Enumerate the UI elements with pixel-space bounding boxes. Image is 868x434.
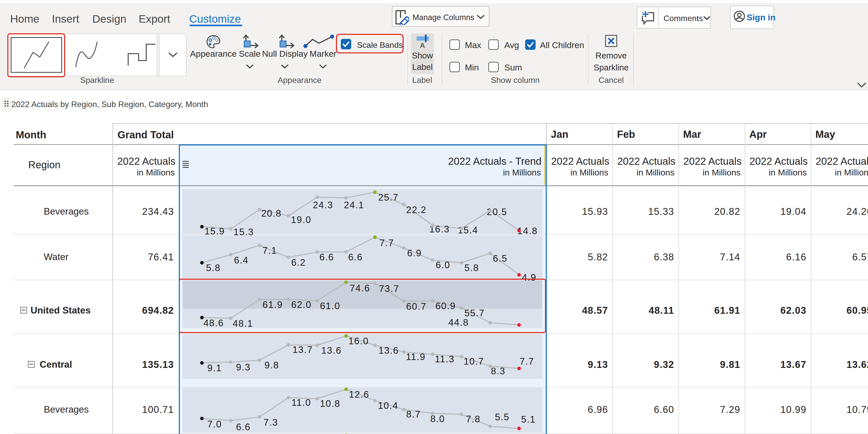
svg-text:6.6: 6.6 (348, 252, 363, 262)
svg-text:6.5: 6.5 (493, 253, 507, 264)
svg-text:6.0: 6.0 (436, 260, 450, 270)
svg-text:16.0: 16.0 (348, 336, 369, 346)
svg-text:5.1: 5.1 (521, 414, 536, 425)
svg-text:8.7: 8.7 (406, 409, 421, 420)
svg-text:13.6: 13.6 (321, 345, 342, 356)
svg-text:11.0: 11.0 (291, 397, 311, 408)
svg-text:13.7: 13.7 (292, 344, 313, 355)
svg-text:15.9: 15.9 (205, 226, 225, 237)
svg-text:8.0: 8.0 (430, 414, 445, 424)
svg-text:7.0: 7.0 (207, 419, 222, 429)
svg-text:6.9: 6.9 (407, 248, 422, 258)
svg-text:5.8: 5.8 (464, 262, 479, 273)
svg-text:6.6: 6.6 (319, 252, 334, 262)
svg-text:20.8: 20.8 (261, 208, 282, 219)
svg-text:7.8: 7.8 (466, 414, 480, 424)
svg-text:9.1: 9.1 (207, 363, 222, 373)
svg-text:7.3: 7.3 (264, 417, 278, 428)
svg-text:7.7: 7.7 (379, 238, 394, 248)
svg-text:8.3: 8.3 (491, 366, 505, 376)
svg-text:6.6: 6.6 (236, 422, 250, 432)
svg-text:6.4: 6.4 (234, 255, 248, 266)
svg-text:5.5: 5.5 (495, 412, 509, 422)
svg-text:25.7: 25.7 (378, 192, 399, 203)
svg-text:9.3: 9.3 (236, 362, 250, 372)
svg-text:10.4: 10.4 (378, 400, 398, 411)
svg-text:24.1: 24.1 (344, 200, 364, 210)
svg-text:7.7: 7.7 (520, 356, 534, 367)
svg-text:10.8: 10.8 (320, 398, 340, 409)
svg-text:9.8: 9.8 (265, 360, 279, 370)
svg-text:24.3: 24.3 (313, 200, 333, 210)
svg-text:15.3: 15.3 (234, 227, 254, 237)
svg-text:11.3: 11.3 (435, 354, 455, 364)
svg-text:6.2: 6.2 (291, 257, 306, 268)
svg-text:7.1: 7.1 (262, 245, 277, 256)
svg-text:15.4: 15.4 (458, 225, 478, 236)
svg-text:19.0: 19.0 (291, 215, 311, 225)
svg-text:12.6: 12.6 (349, 389, 369, 400)
svg-text:10.7: 10.7 (464, 356, 484, 367)
svg-text:11.9: 11.9 (406, 352, 426, 362)
svg-text:5.8: 5.8 (206, 262, 220, 273)
svg-text:13.6: 13.6 (378, 345, 399, 356)
svg-text:22.2: 22.2 (406, 205, 427, 215)
